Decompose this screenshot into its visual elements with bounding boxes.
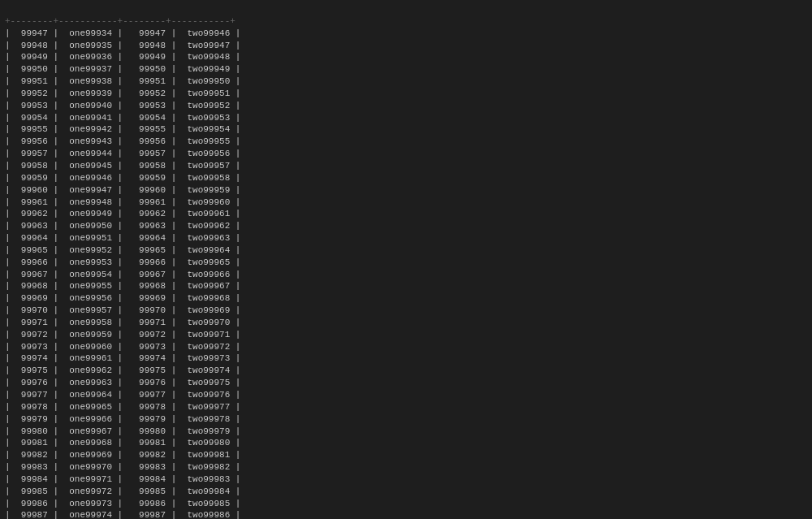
table-row: | 99953 | one99940 | 99953 | two99952 | <box>5 100 807 112</box>
table-row: | 99964 | one99951 | 99964 | two99963 | <box>5 232 807 244</box>
table-row: | 99954 | one99941 | 99954 | two99953 | <box>5 112 807 124</box>
table-row: | 99948 | one99935 | 99948 | two99947 | <box>5 40 807 52</box>
table-row: | 99980 | one99967 | 99980 | two99979 | <box>5 426 807 438</box>
table-row: | 99959 | one99946 | 99959 | two99958 | <box>5 172 807 184</box>
table-row: | 99970 | one99957 | 99970 | two99969 | <box>5 305 807 317</box>
table-row: | 99978 | one99965 | 99978 | two99977 | <box>5 401 807 413</box>
table-row: | 99949 | one99936 | 99949 | two99948 | <box>5 51 807 63</box>
table-body: +--------+-----------+--------+---------… <box>5 15 807 28</box>
table-row: | 99987 | one99974 | 99987 | two99986 | <box>5 509 807 519</box>
separator-top: +--------+-----------+--------+---------… <box>5 16 235 26</box>
table-row: | 99957 | one99944 | 99957 | two99956 | <box>5 148 807 160</box>
table-row: | 99971 | one99958 | 99971 | two99970 | <box>5 317 807 329</box>
table-row: | 99951 | one99938 | 99951 | two99950 | <box>5 76 807 88</box>
table-row: | 99972 | one99959 | 99972 | two99971 | <box>5 329 807 341</box>
table-row: | 99960 | one99947 | 99960 | two99959 | <box>5 184 807 197</box>
table-row: | 99975 | one99962 | 99975 | two99974 | <box>5 365 807 377</box>
table-row: | 99982 | one99969 | 99982 | two99981 | <box>5 449 807 461</box>
table-row: | 99947 | one99934 | 99947 | two99946 | <box>5 28 807 40</box>
table-row: | 99976 | one99963 | 99976 | two99975 | <box>5 377 807 389</box>
terminal: +--------+-----------+--------+---------… <box>0 0 812 519</box>
table-row: | 99965 | one99952 | 99965 | two99964 | <box>5 244 807 257</box>
table-row: | 99969 | one99956 | 99969 | two99968 | <box>5 292 807 305</box>
table-row: | 99966 | one99953 | 99966 | two99965 | <box>5 257 807 269</box>
table-row: | 99974 | one99961 | 99974 | two99973 | <box>5 352 807 365</box>
table-row: | 99983 | one99970 | 99983 | two99982 | <box>5 461 807 474</box>
table-row: | 99958 | one99945 | 99958 | two99957 | <box>5 160 807 172</box>
table-row: | 99962 | one99949 | 99962 | two99961 | <box>5 208 807 220</box>
table-row: | 99979 | one99966 | 99979 | two99978 | <box>5 413 807 426</box>
table-row: | 99952 | one99939 | 99952 | two99951 | <box>5 88 807 100</box>
table-row: | 99973 | one99960 | 99973 | two99972 | <box>5 341 807 353</box>
table-row: | 99955 | one99942 | 99955 | two99954 | <box>5 123 807 136</box>
table-row: | 99967 | one99954 | 99967 | two99966 | <box>5 269 807 281</box>
table-row: | 99961 | one99948 | 99961 | two99960 | <box>5 197 807 209</box>
rows-container: | 99947 | one99934 | 99947 | two99946 ||… <box>5 28 807 519</box>
table-row: | 99985 | one99972 | 99985 | two99984 | <box>5 486 807 498</box>
table-row: | 99963 | one99950 | 99963 | two99962 | <box>5 220 807 232</box>
table-row: | 99984 | one99971 | 99984 | two99983 | <box>5 474 807 486</box>
table-row: | 99981 | one99968 | 99981 | two99980 | <box>5 437 807 449</box>
table-row: | 99950 | one99937 | 99950 | two99949 | <box>5 63 807 76</box>
table-row: | 99977 | one99964 | 99977 | two99976 | <box>5 389 807 401</box>
table-row: | 99956 | one99943 | 99956 | two99955 | <box>5 136 807 148</box>
table-row: | 99968 | one99955 | 99968 | two99967 | <box>5 280 807 292</box>
table-row: | 99986 | one99973 | 99986 | two99985 | <box>5 498 807 510</box>
